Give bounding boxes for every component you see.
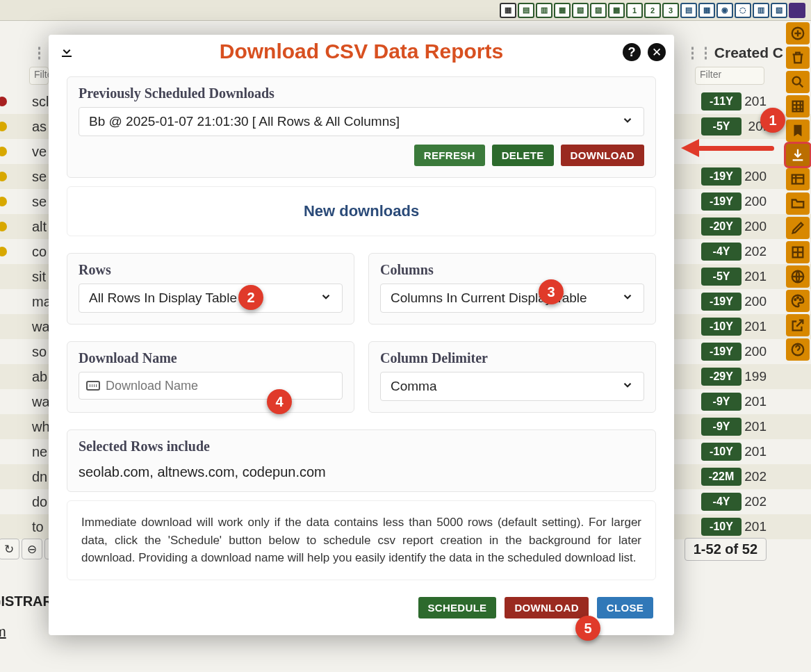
table-row[interactable]: ne-10Y201	[0, 439, 811, 464]
registrar-heading: GISTRAR	[0, 593, 53, 609]
domain-text: se	[32, 194, 47, 210]
copy-icon[interactable]: ⧉	[44, 539, 65, 559]
status-dot	[0, 172, 7, 181]
svg-point-7	[797, 297, 798, 299]
toolbar-icon[interactable]: ▨	[590, 3, 607, 18]
toolbar-icon[interactable]: ▧	[572, 3, 589, 18]
toolbar-icon[interactable]: ▤	[518, 3, 534, 18]
toolbar-icon[interactable]: 1	[626, 3, 643, 18]
add-icon[interactable]	[786, 22, 810, 44]
year-text: 201	[744, 269, 767, 284]
callout-3: 3	[539, 279, 564, 304]
year-text: 201	[744, 319, 767, 334]
external-link-icon[interactable]	[786, 314, 810, 336]
refresh-small-icon[interactable]: ↻	[0, 539, 19, 559]
trash-icon[interactable]	[786, 47, 810, 69]
age-badge: -22M	[701, 468, 742, 486]
domain-text: se	[32, 169, 47, 185]
domain-text: ve	[32, 144, 47, 160]
age-badge: -5Y	[701, 268, 742, 286]
domain-text: to	[32, 519, 44, 535]
table-row[interactable]: to-10Y201	[0, 514, 811, 539]
age-badge: -10Y	[701, 318, 742, 336]
column-header-domain[interactable]: ⋮⋮Do	[32, 44, 81, 64]
domain-text: ma	[32, 294, 51, 310]
age-badge: -4Y	[701, 493, 742, 511]
age-badge: -5Y	[701, 117, 742, 136]
download-icon[interactable]	[786, 144, 810, 166]
status-dot	[0, 247, 7, 256]
grid-icon[interactable]	[786, 95, 810, 117]
domain-text: wh	[32, 419, 50, 435]
year-text: 200	[744, 219, 767, 234]
globe-icon[interactable]	[786, 265, 810, 288]
background-table: ▦ ▤ ▥ ▦ ▧ ▨ ▩ 1 2 3 ▤ ▦ ◉ ◌ ▥ ▧ ◈ ⋮⋮Do F…	[0, 0, 811, 672]
table-row[interactable]: se-19Y200	[0, 164, 811, 189]
column-header-created[interactable]: ⋮⋮Created C	[685, 44, 783, 64]
toolbar-icon[interactable]: ▥	[753, 3, 769, 18]
toolbar-icon[interactable]: ◉	[716, 3, 733, 18]
toolbar-icon[interactable]: 3	[662, 3, 679, 18]
domain-text: wa	[32, 394, 50, 410]
right-sidebar	[786, 22, 811, 361]
table-row[interactable]: so-19Y200	[0, 339, 811, 364]
year-text: 201	[744, 444, 767, 459]
table-row[interactable]: ab-29Y199	[0, 364, 811, 389]
year-text: 200	[744, 294, 767, 309]
toolbar-icon[interactable]: ▩	[608, 3, 625, 18]
toolbar-icon[interactable]: ◌	[735, 3, 751, 18]
status-dot	[0, 122, 7, 131]
folder-icon[interactable]	[786, 192, 810, 215]
svg-rect-3	[792, 175, 804, 184]
toolbar-icon[interactable]: ▦	[500, 3, 516, 18]
age-badge: -19Y	[701, 192, 742, 211]
year-text: 202	[744, 494, 767, 509]
table-row[interactable]: se-19Y200	[0, 189, 811, 214]
bottom-left-buttons: ↻ ⊖ ⧉	[0, 537, 65, 561]
toolbar-icon[interactable]: ▤	[680, 3, 697, 18]
table-row[interactable]: wa-9Y201	[0, 389, 811, 414]
help-icon[interactable]	[786, 338, 810, 361]
table-row[interactable]: co-4Y202	[0, 239, 811, 264]
age-badge: -10Y	[701, 443, 742, 461]
svg-rect-2	[793, 101, 803, 112]
age-badge: -19Y	[701, 343, 742, 361]
toolbar-icon[interactable]: ▦	[554, 3, 571, 18]
filter-input[interactable]: Filter	[29, 67, 49, 85]
callout-1: 1	[760, 108, 785, 133]
toolbar-icon[interactable]: ▧	[771, 3, 787, 18]
registrar-link[interactable]: m	[0, 624, 6, 640]
domain-text: alt	[32, 219, 47, 235]
table-row[interactable]: alt-20Y200	[0, 214, 811, 239]
search-icon[interactable]	[786, 71, 810, 93]
year-text: 199	[744, 369, 767, 384]
year-text: 200	[744, 194, 767, 209]
age-badge: -4Y	[701, 243, 742, 261]
table-row[interactable]: wa-10Y201	[0, 314, 811, 339]
toolbar-icon[interactable]: 2	[644, 3, 661, 18]
toolbar-icon[interactable]: ◈	[789, 3, 805, 18]
svg-point-6	[794, 299, 796, 300]
toolbar-icon[interactable]: ▦	[698, 3, 715, 18]
filter-input[interactable]: Filter	[695, 67, 764, 85]
table-row[interactable]: dn-22M202	[0, 464, 811, 489]
table-row[interactable]: wh-9Y201	[0, 414, 811, 439]
age-badge: -11Y	[701, 92, 742, 110]
table-row[interactable]: scl-11Y201	[0, 89, 811, 114]
edit-icon[interactable]	[786, 217, 810, 239]
callout-5: 5	[575, 616, 600, 641]
table-row[interactable]: sit-5Y201	[0, 264, 811, 289]
domain-text: sit	[32, 269, 46, 285]
table-row[interactable]: ma-19Y200	[0, 289, 811, 314]
status-dot	[0, 147, 7, 156]
table-icon[interactable]	[786, 168, 810, 190]
matrix-icon[interactable]	[786, 241, 810, 263]
age-badge: -19Y	[701, 293, 742, 311]
palette-icon[interactable]	[786, 290, 810, 312]
table-row[interactable]: do-4Y202	[0, 489, 811, 514]
minus-icon[interactable]: ⊖	[22, 539, 42, 559]
table-row[interactable]: as-5Y20.	[0, 114, 811, 139]
bookmark-icon[interactable]	[786, 120, 810, 142]
status-dot	[0, 197, 7, 206]
toolbar-icon[interactable]: ▥	[536, 3, 552, 18]
